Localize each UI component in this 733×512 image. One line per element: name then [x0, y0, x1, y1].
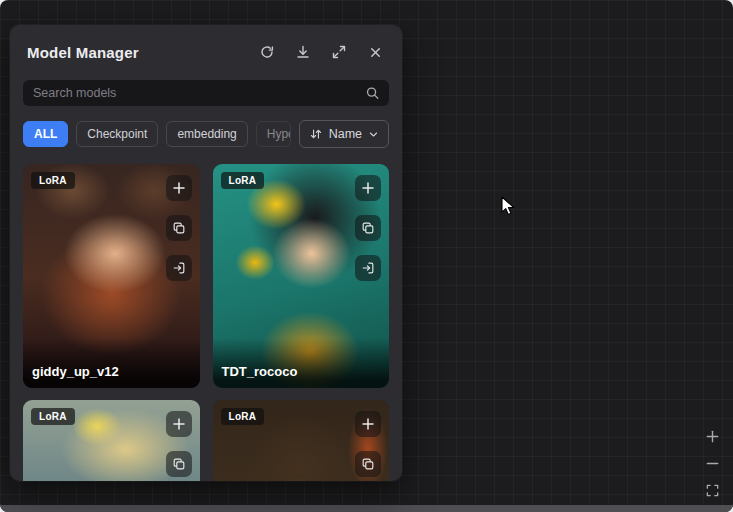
model-manager-panel: Model Manager: [10, 25, 402, 481]
copy-model-button[interactable]: [166, 451, 192, 477]
horizontal-scrollbar[interactable]: [0, 505, 733, 512]
copy-icon: [172, 221, 186, 235]
model-card-grid: LoRA giddy_up_v12 LoRA: [23, 164, 389, 481]
copy-icon: [361, 457, 375, 471]
refresh-button[interactable]: [258, 43, 276, 61]
search-icon: [365, 86, 380, 101]
fit-view-icon: [705, 483, 720, 498]
load-model-button[interactable]: [166, 255, 192, 281]
zoom-in-icon: [705, 429, 720, 444]
copy-model-button[interactable]: [166, 215, 192, 241]
panel-toolbar: [258, 43, 387, 61]
filter-all[interactable]: ALL: [23, 121, 68, 147]
filter-embedding[interactable]: embedding: [166, 121, 247, 147]
load-icon: [361, 261, 375, 275]
add-icon: [361, 181, 375, 195]
panel-header: Model Manager: [23, 25, 389, 75]
load-model-button[interactable]: [355, 255, 381, 281]
copy-icon: [361, 221, 375, 235]
model-card[interactable]: LoRA: [213, 400, 390, 481]
download-icon: [295, 44, 311, 60]
sort-label: Name: [329, 127, 362, 141]
add-model-button[interactable]: [355, 175, 381, 201]
model-type-badge: LoRA: [31, 172, 75, 189]
close-button[interactable]: [366, 43, 384, 61]
model-type-badge: LoRA: [221, 408, 265, 425]
filter-checkpoint[interactable]: Checkpoint: [76, 121, 158, 147]
maximize-icon: [331, 44, 347, 60]
search-bar: [23, 80, 389, 106]
filter-chips-row: ALL Checkpoint embedding Hypernetwork Na…: [23, 120, 389, 148]
model-card[interactable]: LoRA giddy_up_v12: [23, 164, 200, 388]
fit-view-button[interactable]: [703, 481, 721, 499]
load-icon: [172, 261, 186, 275]
download-button[interactable]: [294, 43, 312, 61]
zoom-out-button[interactable]: [703, 454, 721, 472]
add-icon: [361, 417, 375, 431]
refresh-icon: [259, 44, 275, 60]
chevron-down-icon: [368, 129, 379, 140]
sort-icon: [309, 127, 323, 141]
mouse-cursor: [501, 196, 518, 218]
model-name: giddy_up_v12: [23, 338, 200, 388]
maximize-button[interactable]: [330, 43, 348, 61]
node-graph-canvas[interactable]: Model Manager: [0, 0, 733, 512]
copy-model-button[interactable]: [355, 215, 381, 241]
model-type-badge: LoRA: [31, 408, 75, 425]
search-input[interactable]: [23, 80, 389, 106]
zoom-out-icon: [705, 456, 720, 471]
sort-button[interactable]: Name: [299, 120, 389, 148]
add-icon: [172, 417, 186, 431]
zoom-in-button[interactable]: [703, 427, 721, 445]
add-model-button[interactable]: [166, 175, 192, 201]
add-icon: [172, 181, 186, 195]
copy-icon: [172, 457, 186, 471]
add-model-button[interactable]: [355, 411, 381, 437]
close-icon: [368, 45, 383, 60]
panel-title: Model Manager: [27, 44, 258, 61]
add-model-button[interactable]: [166, 411, 192, 437]
model-card[interactable]: LoRA: [23, 400, 200, 481]
model-card[interactable]: LoRA TDT_rococo: [213, 164, 390, 388]
filter-hypernetwork[interactable]: Hypernetwork: [256, 121, 291, 147]
canvas-zoom-controls: [703, 427, 721, 499]
model-type-badge: LoRA: [221, 172, 265, 189]
copy-model-button[interactable]: [355, 451, 381, 477]
model-name: TDT_rococo: [213, 338, 390, 388]
